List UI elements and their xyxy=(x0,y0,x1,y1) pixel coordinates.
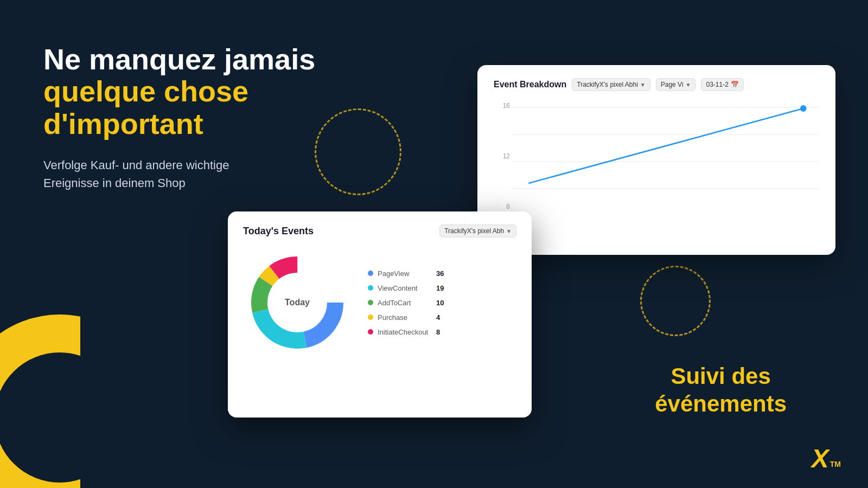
legend-item-value: 10 xyxy=(436,299,444,307)
legend-item-value: 4 xyxy=(436,313,440,322)
logo-x-letter: X xyxy=(812,446,829,472)
date-button-breakdown[interactable]: 03-11-2 📅 xyxy=(701,78,743,91)
chevron-down-icon: ▼ xyxy=(506,228,512,234)
legend-item-name: Purchase xyxy=(378,313,432,322)
event-breakdown-header: Event Breakdown TrackifyX's pixel Abhi ▼… xyxy=(494,78,819,91)
svg-point-5 xyxy=(800,105,807,112)
dashed-circle-bottom-decoration xyxy=(640,266,711,336)
legend-item-name: InitiateCheckout xyxy=(378,328,432,336)
todays-events-card: Today's Events TrackifyX's pixel Abh ▼ xyxy=(228,211,532,418)
line-chart-area: 16 12 8 xyxy=(494,102,819,232)
right-label-line2: événements xyxy=(655,390,787,418)
legend-color-dot xyxy=(368,329,373,335)
y-label-16: 16 xyxy=(503,102,510,110)
events-legend: PageView36ViewContent19AddToCart10Purcha… xyxy=(368,269,444,336)
legend-item-name: PageView xyxy=(378,269,432,278)
legend-item: PageView36 xyxy=(368,269,444,278)
left-content-area: Ne manquez jamais quelque chose d'import… xyxy=(43,43,326,192)
logo-tm: TM xyxy=(830,460,841,468)
background-arc-decoration xyxy=(0,314,163,488)
legend-color-dot xyxy=(368,314,373,320)
headline-yellow: quelque chose d'important xyxy=(43,75,326,140)
legend-item-name: AddToCart xyxy=(378,299,432,307)
pixel-dropdown-breakdown[interactable]: TrackifyX's pixel Abhi ▼ xyxy=(572,78,650,91)
right-label-area: Suivi des événements xyxy=(655,363,787,418)
line-chart-svg xyxy=(513,102,819,216)
subtext: Verfolge Kauf- und andere wichtige Ereig… xyxy=(43,156,326,192)
y-axis-labels: 16 12 8 xyxy=(494,102,510,210)
legend-item: InitiateCheckout8 xyxy=(368,328,444,336)
legend-item: ViewContent19 xyxy=(368,284,444,292)
events-card-header: Today's Events TrackifyX's pixel Abh ▼ xyxy=(243,224,516,237)
legend-item: AddToCart10 xyxy=(368,299,444,307)
legend-item-value: 36 xyxy=(436,269,444,278)
headline-white: Ne manquez jamais xyxy=(43,43,326,75)
y-label-8: 8 xyxy=(506,203,510,210)
todays-events-title: Today's Events xyxy=(243,226,314,237)
legend-color-dot xyxy=(368,300,373,305)
pixel-dropdown-events[interactable]: TrackifyX's pixel Abh ▼ xyxy=(439,224,516,237)
legend-item: Purchase4 xyxy=(368,313,444,322)
type-dropdown-breakdown[interactable]: Page Vi ▼ xyxy=(656,78,696,91)
donut-chart: Today xyxy=(243,248,352,357)
chevron-down-icon: ▼ xyxy=(686,82,691,88)
legend-item-value: 19 xyxy=(436,284,444,292)
legend-item-name: ViewContent xyxy=(378,284,432,292)
legend-color-dot xyxy=(368,271,373,276)
svg-line-4 xyxy=(528,108,803,183)
calendar-icon: 📅 xyxy=(731,81,739,88)
legend-item-value: 8 xyxy=(436,328,440,336)
donut-center-label: Today xyxy=(285,298,310,307)
right-label-line1: Suivi des xyxy=(655,363,787,390)
chevron-down-icon: ▼ xyxy=(640,82,646,88)
dashed-circle-top-decoration xyxy=(315,108,401,195)
event-breakdown-title: Event Breakdown xyxy=(494,80,566,89)
events-card-content: Today PageView36ViewContent19AddToCart10… xyxy=(243,248,516,357)
legend-color-dot xyxy=(368,285,373,291)
y-label-12: 12 xyxy=(503,152,510,160)
trackifyx-logo: X TM xyxy=(812,446,841,472)
